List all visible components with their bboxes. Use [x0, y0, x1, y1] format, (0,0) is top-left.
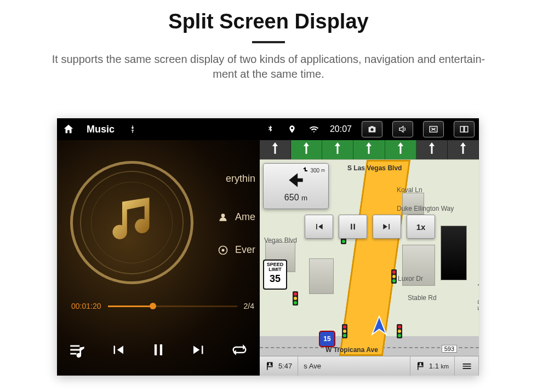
turn-instruction-card[interactable]: 300m 650 m	[263, 163, 329, 209]
album-row[interactable]: Ever	[218, 244, 255, 256]
subtitle-line-1: It supports the same screen display of t…	[11, 52, 526, 67]
next-button[interactable]	[184, 335, 214, 365]
current-street-segment[interactable]: s Ave	[298, 356, 410, 376]
lane-indicator	[416, 140, 448, 159]
current-street: s Ave	[304, 362, 321, 370]
traffic-light-icon	[293, 291, 298, 305]
lane-indicator	[448, 140, 479, 159]
music-notes-icon	[104, 193, 164, 253]
traffic-light-icon	[391, 269, 397, 284]
menu-icon	[461, 361, 472, 372]
clock: 20:07	[330, 124, 352, 134]
lane-indicator	[322, 140, 353, 159]
highway-shield: 15	[319, 331, 335, 347]
turn-distance: 650 m	[284, 193, 307, 203]
eta-value: 5:47	[278, 362, 292, 370]
street-label: Koval Ln	[397, 186, 422, 194]
distance-remaining: 1.1 km	[429, 362, 449, 370]
status-bar: Music 20:07	[57, 118, 479, 140]
speed-limit-sign: SPEEDLIMIT 35	[263, 260, 287, 290]
music-panel: erythin Ame Ever 00:01:20 2/4	[57, 140, 260, 376]
playlist-button[interactable]	[62, 335, 92, 365]
traffic-light-icon	[342, 324, 347, 338]
volume-button[interactable]	[392, 121, 413, 137]
home-icon[interactable]	[62, 123, 75, 135]
route-number-box: 593	[442, 345, 457, 353]
sim-skip-button[interactable]	[373, 215, 401, 239]
building-icon	[309, 258, 334, 294]
traffic-light-icon	[397, 324, 402, 338]
repeat-button[interactable]	[225, 335, 254, 365]
track-counter: 2/4	[244, 302, 254, 310]
simulation-controls: 1x	[305, 215, 435, 239]
artist-row[interactable]: Ame	[218, 211, 255, 223]
street-label: Duke Ellington Way	[397, 205, 454, 212]
usb-icon	[127, 123, 139, 135]
lane-indicator	[385, 140, 416, 159]
heading-underline	[252, 41, 285, 43]
artist-name: Ame	[235, 211, 255, 223]
sim-pause-button[interactable]	[339, 215, 367, 239]
street-label: E Reno Ave	[477, 276, 479, 310]
page-subtitle: It supports the same screen display of t…	[0, 52, 537, 82]
split-screen-button[interactable]	[454, 121, 475, 137]
building-icon	[441, 226, 467, 280]
progress-fill	[108, 305, 153, 307]
navigation-panel: S Las Vegas Blvd Koval Ln Duke Ellington…	[260, 140, 479, 376]
lane-indicator	[291, 140, 322, 159]
street-label: S Las Vegas Blvd	[347, 164, 402, 172]
street-label: Luxor Dr	[398, 275, 423, 283]
svg-point-4	[221, 249, 224, 251]
distance-segment[interactable]: 1.1 km	[410, 356, 455, 376]
seek-bar[interactable]: 00:01:20 2/4	[71, 302, 254, 310]
turn-right-mini-icon	[302, 167, 309, 174]
subtitle-line-2: ment at the same time.	[11, 67, 526, 82]
nav-menu-button[interactable]	[455, 356, 479, 376]
sim-speed-button[interactable]: 1x	[407, 215, 435, 239]
lane-indicator	[260, 140, 291, 159]
checkered-flag-icon	[265, 361, 275, 371]
svg-rect-1	[460, 126, 464, 132]
vehicle-cursor-icon	[367, 314, 391, 338]
next-turn-sub: 300m	[302, 167, 325, 174]
progress-track[interactable]	[108, 305, 237, 307]
street-label: Vegas Blvd	[264, 237, 297, 244]
device-screenshot: Music 20:07	[57, 118, 479, 376]
wifi-icon	[308, 123, 320, 135]
lane-guidance-bar	[260, 140, 479, 160]
track-title: erythin	[226, 173, 255, 185]
music-controls	[57, 328, 260, 371]
elapsed-time: 00:01:20	[71, 302, 101, 310]
pause-button[interactable]	[144, 335, 173, 365]
app-title: Music	[87, 124, 115, 135]
street-label: W Tropicana Ave	[325, 346, 378, 354]
svg-rect-2	[465, 126, 468, 132]
eta-segment[interactable]: 5:47	[260, 356, 298, 376]
location-icon	[286, 123, 298, 135]
sim-restart-button[interactable]	[305, 215, 333, 239]
bluetooth-icon	[264, 123, 276, 135]
lane-indicator	[353, 140, 385, 159]
street-label: Stable Rd	[408, 294, 437, 302]
page-title: Split Screen Display	[0, 10, 537, 33]
album-art-disc	[70, 161, 193, 284]
previous-button[interactable]	[103, 335, 133, 365]
progress-thumb[interactable]	[150, 303, 156, 309]
person-icon	[218, 212, 228, 223]
album-name: Ever	[235, 244, 255, 256]
nav-bottom-bar: 5:47 s Ave 1.1 km	[260, 356, 479, 376]
track-row[interactable]: erythin	[226, 173, 255, 185]
checkered-flag-icon	[416, 361, 426, 371]
disc-icon	[218, 245, 228, 256]
close-split-button[interactable]	[423, 121, 444, 137]
screenshot-button[interactable]	[362, 121, 382, 137]
